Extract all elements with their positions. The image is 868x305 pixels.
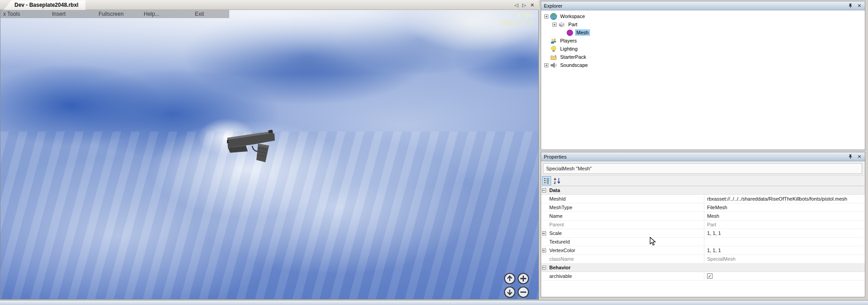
menu-item-help[interactable]: Help... xyxy=(144,10,160,18)
properties-toolbar: AZ xyxy=(541,176,865,186)
workspace-globe-icon xyxy=(550,13,557,20)
tree-item-label: Part xyxy=(567,21,579,28)
close-icon[interactable]: ✕ xyxy=(856,2,863,9)
tree-item-label: Workspace xyxy=(559,13,586,19)
pistol-mesh[interactable] xyxy=(225,127,279,166)
row-gutter: − xyxy=(541,266,548,270)
part-brick-icon xyxy=(558,21,565,28)
categorized-view-icon[interactable] xyxy=(542,176,551,185)
3d-viewport[interactable]: x ToolsInsertFullscreenHelp...Exit 0 fps… xyxy=(0,10,539,300)
menu-item-insert[interactable]: Insert xyxy=(52,10,66,18)
property-value: Part xyxy=(704,221,865,229)
property-row-parent: ParentPart xyxy=(541,221,865,229)
row-gutter: + xyxy=(541,231,548,235)
category-label: Behavior xyxy=(548,265,704,270)
property-name: Name xyxy=(548,213,704,219)
tree-item-label: Soundscape xyxy=(559,62,589,68)
fps-counter: 0 fps xyxy=(500,12,533,19)
tab-close-icon[interactable]: ✕ xyxy=(530,2,534,8)
property-name: className xyxy=(548,256,704,262)
property-row-textureid: TextureId xyxy=(541,238,865,246)
expand-icon[interactable]: + xyxy=(544,14,548,19)
property-name: VertexColor xyxy=(548,248,704,253)
tree-item-lighting[interactable]: Lighting xyxy=(541,45,865,53)
camera-controls xyxy=(504,272,529,298)
explorer-header: Explorer ✕ xyxy=(541,1,865,10)
property-value[interactable]: Mesh xyxy=(704,212,865,220)
game-menu-bar: x ToolsInsertFullscreenHelp...Exit xyxy=(0,10,229,18)
property-value[interactable]: 1, 1, 1 xyxy=(704,229,865,237)
tree-item-label: Lighting xyxy=(559,46,579,52)
property-value[interactable]: rbxasset://../../../shareddata/RiseOfThe… xyxy=(704,195,865,203)
properties-title: Properties xyxy=(544,154,566,160)
property-name: Parent xyxy=(548,222,704,227)
menu-item-xtools[interactable]: x Tools xyxy=(3,10,20,18)
expand-icon[interactable]: + xyxy=(542,231,546,235)
property-name: MeshId xyxy=(548,196,704,202)
zoom-out-icon[interactable] xyxy=(517,286,529,298)
menu-item-fullscreen[interactable]: Fullscreen xyxy=(99,10,123,18)
tree-item-label: Players xyxy=(559,38,578,44)
archivable-checkbox[interactable]: ✓ xyxy=(707,273,712,279)
camera-up-icon[interactable] xyxy=(504,272,516,285)
tab-scroll-left-icon[interactable]: ◁ xyxy=(514,2,518,8)
bottom-dock-strip xyxy=(0,300,868,305)
property-value[interactable]: 1, 1, 1 xyxy=(704,246,865,254)
document-tab-strip: Dev - Baseplate2048.rbxl ◁ ▷ ✕ xyxy=(0,0,539,10)
category-value-filler xyxy=(704,263,865,272)
tree-item-mesh[interactable]: Mesh xyxy=(541,28,865,37)
row-gutter: + xyxy=(541,249,548,253)
close-icon[interactable]: ✕ xyxy=(856,153,863,160)
tree-item-workspace[interactable]: +Workspace xyxy=(541,12,865,20)
property-name: TextureId xyxy=(548,239,704,244)
starterpack-icon xyxy=(550,54,557,61)
soundscape-speaker-icon xyxy=(550,62,557,69)
property-name: archivable xyxy=(548,273,704,279)
properties-panel: Properties ✕ SpecialMesh "Mesh" AZ −Data… xyxy=(541,152,865,297)
property-row-name: NameMesh xyxy=(541,212,865,221)
property-name: MeshType xyxy=(548,205,704,210)
explorer-title: Explorer xyxy=(544,3,562,9)
alphabetical-sort-icon[interactable]: AZ xyxy=(552,176,561,185)
object-selector[interactable]: SpecialMesh "Mesh" xyxy=(543,163,862,174)
zoom-in-icon[interactable] xyxy=(517,272,529,285)
category-value-filler xyxy=(704,186,865,194)
tree-item-players[interactable]: Players xyxy=(541,37,865,45)
property-grid: −DataMeshIdrbxasset://../../../shareddat… xyxy=(541,186,865,296)
frame-time: 2009.91 ms xyxy=(500,20,533,26)
category-row-data[interactable]: −Data xyxy=(541,186,865,195)
property-value: SpecialMesh xyxy=(704,255,865,263)
players-icon xyxy=(550,38,557,44)
expand-icon[interactable]: + xyxy=(542,249,546,253)
roblox-studio-window: Dev - Baseplate2048.rbxl ◁ ▷ ✕ x ToolsIn… xyxy=(0,0,868,305)
property-row-scale: +Scale1, 1, 1 xyxy=(541,229,865,238)
tree-item-soundscape[interactable]: +Soundscape xyxy=(541,61,865,69)
property-value[interactable] xyxy=(704,238,865,246)
property-value[interactable]: FileMesh xyxy=(704,203,865,211)
pin-icon[interactable] xyxy=(847,153,854,160)
tree-item-starterpack[interactable]: StarterPack xyxy=(541,53,865,61)
expand-icon[interactable]: + xyxy=(544,63,548,67)
svg-text:Z: Z xyxy=(554,181,556,184)
lighting-bulb-icon xyxy=(550,46,557,52)
tab-scroll-right-icon[interactable]: ▷ xyxy=(522,2,526,8)
category-label: Data xyxy=(548,188,704,193)
tree-item-part[interactable]: +Part xyxy=(541,20,865,28)
property-row-meshid: MeshIdrbxasset://../../../shareddata/Ris… xyxy=(541,195,865,203)
pin-icon[interactable] xyxy=(847,2,854,9)
properties-header: Properties ✕ xyxy=(541,152,865,161)
property-row-classname: classNameSpecialMesh xyxy=(541,255,865,263)
property-row-vertexcolor: +VertexColor1, 1, 1 xyxy=(541,246,865,255)
dock-column: Explorer ✕ +Workspace+PartMeshPlayersLig… xyxy=(541,0,868,300)
menu-item-exit[interactable]: Exit xyxy=(195,10,204,18)
tree-item-label: StarterPack xyxy=(559,54,587,60)
explorer-tree: +Workspace+PartMeshPlayersLightingStarte… xyxy=(541,10,865,150)
explorer-panel: Explorer ✕ +Workspace+PartMeshPlayersLig… xyxy=(541,1,865,150)
document-tab[interactable]: Dev - Baseplate2048.rbxl xyxy=(4,0,85,10)
category-row-behavior[interactable]: −Behavior xyxy=(541,263,865,272)
mesh-sphere-icon xyxy=(566,29,573,36)
collapse-icon[interactable]: − xyxy=(542,266,546,270)
camera-down-icon[interactable] xyxy=(504,286,516,298)
collapse-icon[interactable]: − xyxy=(542,188,546,192)
expand-icon[interactable]: + xyxy=(552,23,557,27)
